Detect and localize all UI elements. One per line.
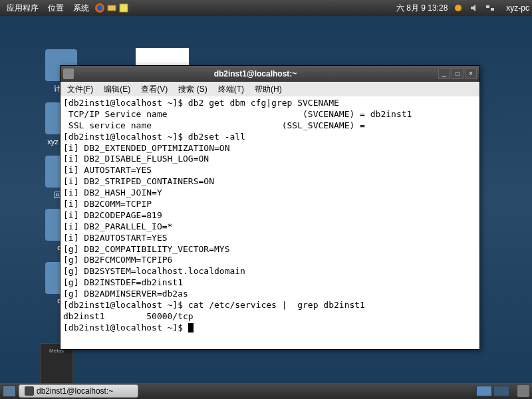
task-label: db2inst1@localhost:~	[37, 386, 113, 396]
bottom-panel: db2inst1@localhost:~	[0, 383, 532, 399]
svg-rect-2	[108, 5, 116, 11]
svg-point-1	[97, 5, 102, 11]
desktop-white-rect	[136, 48, 189, 65]
desktop[interactable]: 计算xyz 的主回收c_c_ Metas db2inst1@localhost:…	[0, 16, 532, 383]
workspace-switcher	[476, 386, 509, 396]
show-desktop-button[interactable]	[3, 385, 16, 397]
workspace-1[interactable]	[476, 386, 492, 396]
firefox-icon[interactable]	[94, 3, 105, 13]
volume-icon[interactable]	[469, 3, 479, 13]
clock[interactable]: 六 8月 9 13:28	[396, 3, 448, 14]
terminal-body[interactable]: [db2inst1@localhost ~]$ db2 get dbm cfg|…	[61, 96, 479, 349]
note-icon[interactable]	[118, 3, 129, 13]
task-terminal-icon	[25, 386, 34, 396]
menu-file[interactable]: 文件(F)	[63, 82, 97, 96]
weather-icon[interactable]	[453, 3, 464, 13]
terminal-window: db2inst1@localhost:~ _ □ × 文件(F) 编辑(E) 查…	[60, 65, 480, 350]
mail-icon[interactable]	[106, 3, 117, 13]
menu-places[interactable]: 位置	[44, 1, 68, 15]
top-panel: 应用程序 位置 系统 六 8月 9 13:28 xyz-pc	[0, 0, 532, 16]
menu-system[interactable]: 系统	[69, 1, 93, 15]
menubar: 文件(F) 编辑(E) 查看(V) 搜索 (S) 终端(T) 帮助(H)	[61, 82, 479, 96]
taskbar-item-terminal[interactable]: db2inst1@localhost:~	[19, 384, 138, 398]
menu-applications[interactable]: 应用程序	[3, 1, 43, 15]
window-title: db2inst1@localhost:~	[74, 69, 437, 78]
svg-point-4	[455, 5, 462, 11]
menu-search[interactable]: 搜索 (S)	[174, 82, 211, 96]
titlebar[interactable]: db2inst1@localhost:~ _ □ ×	[61, 66, 479, 82]
terminal-cursor	[188, 323, 194, 332]
svg-rect-6	[491, 8, 494, 11]
menu-edit[interactable]: 编辑(E)	[100, 82, 134, 96]
trash-icon[interactable]	[517, 385, 529, 397]
hostname[interactable]: xyz-pc	[506, 3, 529, 13]
svg-rect-5	[486, 5, 489, 8]
network-icon[interactable]	[485, 3, 495, 13]
maximize-button[interactable]: □	[452, 68, 464, 79]
minimize-button[interactable]: _	[438, 68, 450, 79]
workspace-2[interactable]	[493, 386, 509, 396]
menu-view[interactable]: 查看(V)	[137, 82, 172, 96]
close-button[interactable]: ×	[465, 68, 477, 79]
menu-terminal[interactable]: 终端(T)	[214, 82, 248, 96]
svg-rect-3	[120, 4, 128, 12]
terminal-app-icon	[63, 68, 74, 79]
menu-help[interactable]: 帮助(H)	[251, 82, 286, 96]
